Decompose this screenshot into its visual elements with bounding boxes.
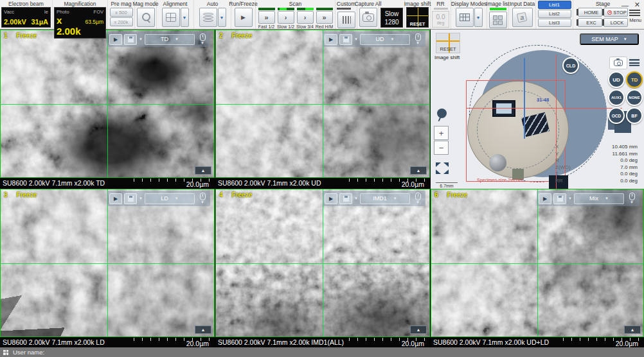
mouse-mode-button[interactable]: ▼	[197, 193, 208, 205]
sem-image-td[interactable]: 1Freeze ▶ ▼ TD▼ ▼ ▲	[0, 30, 215, 178]
run-button[interactable]: ▶	[325, 34, 337, 45]
collapse-button[interactable]: ▲	[410, 326, 427, 334]
menu-icon[interactable]	[629, 10, 640, 16]
camera-icon	[362, 13, 374, 22]
display-modes-button[interactable]	[456, 8, 474, 27]
detector-none-button[interactable]: NONE	[626, 89, 643, 106]
specimen-holder-photo[interactable]	[467, 81, 569, 178]
capture-resolution: 1280	[384, 18, 398, 26]
scan-indicator	[316, 8, 333, 10]
sem-map-mode-dropdown[interactable]: SEM MAP▼	[580, 33, 639, 45]
mouse-mode-button[interactable]: ▼	[626, 193, 638, 205]
input-data-button[interactable]: a	[512, 8, 533, 27]
image-shift-pad[interactable]: RESET	[406, 7, 429, 28]
save-button[interactable]	[124, 193, 137, 204]
map-fit-icon[interactable]	[436, 162, 449, 174]
detector-td-button[interactable]: TD	[626, 71, 643, 88]
custom-button[interactable]	[337, 12, 355, 28]
pre-mag-500-button[interactable]: x 500	[110, 8, 133, 17]
caption-bar: SU8600 2.00kV 7.1mm x2.00k LD 20.0µm	[0, 337, 215, 347]
collapse-button[interactable]: ▲	[195, 326, 211, 334]
detector-bf-button[interactable]: BF	[626, 107, 643, 124]
scale-value: 20.0µm	[186, 180, 209, 188]
capture-all-button[interactable]	[359, 8, 377, 27]
save-button[interactable]	[124, 34, 137, 45]
map-pin-icon[interactable]	[437, 109, 447, 118]
stage-exc-button[interactable]: EXC	[578, 18, 602, 27]
save-dropdown-icon[interactable]: ▼	[139, 196, 143, 200]
scan-redhm-button[interactable]: »	[316, 11, 333, 24]
map-camera-button[interactable]	[609, 57, 627, 69]
map-image-shift-reset-button[interactable]: RESET	[436, 33, 460, 53]
sem-image-imd1[interactable]: 4Freeze ▶ ▼ IMD1▼ ▼ ▲	[215, 189, 430, 337]
sem-image-mix[interactable]: 6Freeze ▶ ▼ Mix▼ ▼ ▲	[431, 189, 644, 337]
detector-ocd-button[interactable]: OCD	[608, 107, 625, 124]
vacc-label: Vacc	[4, 9, 14, 15]
detector-select[interactable]: LD▼	[145, 193, 195, 204]
display-modes-dropdown-button[interactable]: ▼	[474, 8, 483, 27]
mouse-mode-button[interactable]: ▼	[412, 33, 424, 46]
group-alignment: Alignment ▼	[157, 0, 194, 29]
stage-home-button[interactable]: HOME	[578, 8, 602, 17]
alignment-dropdown-button[interactable]: ▼	[181, 8, 189, 27]
crosshair-horizontal	[216, 263, 429, 264]
run-button[interactable]: ▶	[325, 193, 337, 204]
mag-mode-button[interactable]	[137, 8, 155, 27]
minimize-button[interactable]: —	[622, 1, 629, 9]
detector-select[interactable]: UD▼	[360, 34, 410, 45]
alignment-crosshair-icon	[166, 13, 176, 22]
sample-chip-1	[492, 100, 515, 117]
mouse-mode-button[interactable]: ▼	[197, 33, 208, 46]
pre-mag-200k-button[interactable]: x 200k	[110, 17, 133, 26]
scan-mode-fast12: » Fast 1/2	[258, 7, 276, 29]
stage-lock-button[interactable]: LOCK	[604, 18, 628, 27]
sliders-icon	[342, 16, 351, 24]
detector-aux1-button[interactable]: AUX1	[608, 89, 625, 106]
run-button[interactable]: ▶	[539, 193, 551, 204]
run-freeze-button[interactable]: ▶	[235, 8, 253, 27]
run-button[interactable]: ▶	[109, 34, 122, 45]
map-menu-icon[interactable]	[629, 59, 640, 66]
save-dropdown-icon[interactable]: ▼	[354, 196, 358, 200]
sample-id-label: 31-48	[537, 97, 549, 103]
auto-dropdown-button[interactable]: ▼	[218, 8, 226, 27]
sem-application-window: Electron beam VaccIe 2.00kV31µA Magnific…	[0, 0, 644, 357]
list2-tab[interactable]: List2	[538, 10, 571, 18]
save-button[interactable]	[553, 193, 566, 204]
image-list-button[interactable]	[489, 12, 507, 28]
collapse-button[interactable]: ▲	[410, 166, 427, 175]
sem-image-ld[interactable]: 3Freeze ▶ ▼ LD▼ ▼ ▲	[0, 189, 215, 337]
list3-tab[interactable]: List3	[538, 19, 571, 27]
group-label: Magnification	[64, 1, 96, 7]
run-button[interactable]: ▶	[109, 193, 122, 204]
list1-tab[interactable]: List1	[538, 1, 571, 9]
save-dropdown-icon[interactable]: ▼	[354, 37, 358, 41]
collapse-button[interactable]: ▲	[624, 326, 641, 334]
scan-slow12-button[interactable]: ›	[278, 11, 294, 24]
detector-select[interactable]: TD▼	[145, 34, 195, 45]
save-button[interactable]	[339, 34, 352, 45]
detector-cld-button[interactable]: CLD	[562, 57, 579, 74]
stage-stop-button[interactable]: STOP	[604, 8, 628, 17]
save-button[interactable]	[339, 193, 352, 204]
scan-slow34-button[interactable]: ›	[297, 11, 314, 24]
sem-panel-imd1: 4Freeze ▶ ▼ IMD1▼ ▼ ▲ SU8600 2.00kV 7.1m…	[215, 189, 430, 347]
map-zoom-in-button[interactable]: +	[434, 126, 449, 140]
detector-select[interactable]: Mix▼	[574, 193, 624, 204]
detector-ud-button[interactable]: UD	[608, 71, 625, 88]
auto-button[interactable]	[199, 8, 217, 27]
mouse-mode-button[interactable]: ▼	[412, 193, 424, 205]
alignment-button[interactable]	[162, 8, 180, 27]
group-run-freeze: Run/Freeze ▶	[231, 0, 256, 29]
save-dropdown-icon[interactable]: ▼	[568, 196, 572, 200]
collapse-button[interactable]: ▲	[195, 166, 211, 175]
ie-value: 31µA	[31, 18, 48, 26]
map-zoom-out-button[interactable]: −	[434, 141, 449, 155]
detector-select[interactable]: IMD1▼	[360, 193, 410, 204]
scan-fast12-button[interactable]: »	[258, 11, 275, 24]
sem-image-ud[interactable]: 2Freeze ▶ ▼ UD▼ ▼ ▲	[215, 30, 430, 178]
close-button[interactable]: ✕	[634, 1, 640, 9]
image-shift-reset-button[interactable]: RESET	[407, 22, 428, 26]
rr-field[interactable]: 0.0 deg	[432, 11, 449, 28]
save-dropdown-icon[interactable]: ▼	[139, 37, 143, 41]
